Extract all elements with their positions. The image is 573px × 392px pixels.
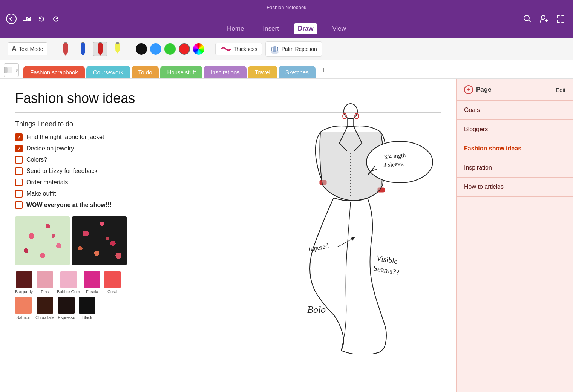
pen-tool-1[interactable] bbox=[58, 42, 73, 56]
checkbox-6[interactable] bbox=[15, 201, 23, 209]
checklist-text-3: Send to Lizzy for feedback bbox=[26, 168, 98, 175]
palm-rejection-button[interactable]: Palm Rejection bbox=[265, 41, 322, 57]
checklist-text-5: Make outfit bbox=[26, 190, 56, 197]
text-mode-icon: A bbox=[12, 45, 17, 53]
main-layout: Fashion show ideas Things I need to do..… bbox=[0, 79, 573, 392]
nav-draw[interactable]: Draw bbox=[294, 23, 317, 34]
draw-toolbar: A Text Mode bbox=[0, 38, 573, 60]
pen-tool-3[interactable] bbox=[93, 42, 107, 56]
svg-rect-7 bbox=[63, 43, 68, 52]
color-blue[interactable] bbox=[150, 43, 161, 55]
checkbox-5[interactable] bbox=[15, 190, 23, 198]
tab-travel[interactable]: Travel bbox=[248, 66, 277, 78]
svg-marker-14 bbox=[98, 52, 103, 56]
swatch-label-bubblegum: Bubble Gum bbox=[57, 289, 80, 294]
text-mode-label: Text Mode bbox=[19, 46, 43, 52]
checklist-text-4: Order materials bbox=[26, 179, 68, 186]
fabric-image-1 bbox=[15, 216, 70, 265]
swatch-box-espresso[interactable] bbox=[58, 297, 75, 314]
tab-coursework[interactable]: Coursework bbox=[86, 66, 130, 78]
svg-rect-13 bbox=[98, 43, 103, 52]
svg-rect-19 bbox=[4, 67, 7, 73]
swatch-salmon: Salmon bbox=[15, 297, 32, 320]
add-tab-button[interactable]: + bbox=[317, 63, 331, 77]
tabs-bar: Fashion scrapbook Coursework To do House… bbox=[0, 60, 573, 79]
swatch-box-black[interactable] bbox=[79, 297, 95, 314]
svg-marker-8 bbox=[63, 52, 68, 56]
floral-pattern-dark bbox=[72, 216, 127, 265]
sidebar-edit-button[interactable]: Edit bbox=[556, 87, 565, 93]
swatch-box-coral[interactable] bbox=[104, 271, 121, 288]
app-title: Fashion Notebook bbox=[267, 5, 306, 10]
separator-2 bbox=[130, 42, 130, 56]
swatch-box-salmon[interactable] bbox=[15, 297, 32, 314]
checkbox-3[interactable] bbox=[15, 167, 23, 175]
svg-point-5 bbox=[541, 15, 545, 19]
swatch-fuscia: Fuscia bbox=[84, 271, 100, 294]
pen-tool-4[interactable] bbox=[110, 42, 125, 56]
home-button[interactable] bbox=[22, 14, 32, 24]
svg-text:Bolo: Bolo bbox=[307, 304, 326, 315]
sidebar-item-fashion-show-ideas[interactable]: Fashion show ideas bbox=[457, 139, 573, 158]
swatch-label-coral: Coral bbox=[107, 289, 117, 294]
palm-rejection-label: Palm Rejection bbox=[282, 46, 317, 52]
search-button[interactable] bbox=[522, 14, 532, 24]
undo-button[interactable] bbox=[37, 14, 46, 23]
tab-todo[interactable]: To do bbox=[132, 66, 159, 78]
nav-home[interactable]: Home bbox=[223, 23, 248, 34]
color-black[interactable] bbox=[136, 43, 147, 55]
svg-rect-20 bbox=[8, 67, 12, 73]
swatch-espresso: Espresso bbox=[58, 297, 75, 320]
svg-marker-11 bbox=[81, 52, 85, 56]
checkbox-2[interactable] bbox=[15, 156, 23, 164]
svg-rect-16 bbox=[116, 42, 119, 44]
separator-3 bbox=[210, 42, 210, 56]
color-green[interactable] bbox=[164, 43, 176, 55]
sidebar-item-bloggers[interactable]: Bloggers bbox=[457, 120, 573, 139]
add-user-button[interactable] bbox=[539, 14, 549, 24]
svg-point-0 bbox=[6, 14, 16, 24]
sidebar-header-left: + Page bbox=[464, 85, 492, 94]
svg-point-21 bbox=[344, 104, 357, 119]
swatch-black: Black bbox=[79, 297, 95, 320]
back-button[interactable] bbox=[6, 14, 17, 24]
fashion-sketch: 3/4 lngth 4 sleevs. tapered Visible Seam… bbox=[264, 90, 445, 354]
top-right-controls bbox=[522, 14, 565, 24]
tab-inspirations[interactable]: Inspirations bbox=[204, 66, 247, 78]
color-wheel[interactable] bbox=[193, 43, 204, 55]
checkbox-1[interactable] bbox=[15, 145, 23, 152]
swatch-box-chocolate[interactable] bbox=[37, 297, 53, 314]
tab-sketches[interactable]: Sketches bbox=[279, 66, 316, 78]
swatch-label-chocolate: Chocolate bbox=[35, 315, 54, 320]
separator-1 bbox=[53, 42, 53, 56]
nav-view[interactable]: View bbox=[328, 23, 350, 34]
checklist-text-0: Find the right fabric for jacket bbox=[26, 134, 104, 141]
pen-tool-2[interactable] bbox=[76, 42, 90, 56]
swatch-bubblegum: Bubble Gum bbox=[57, 271, 80, 294]
sidebar-item-how-to-articles[interactable]: How to articles bbox=[457, 178, 573, 197]
redo-button[interactable] bbox=[51, 14, 60, 23]
swatch-box-fuscia[interactable] bbox=[84, 271, 100, 288]
swatch-box-pink[interactable] bbox=[37, 271, 53, 288]
swatch-box-bubblegum[interactable] bbox=[60, 271, 77, 288]
checkbox-4[interactable] bbox=[15, 179, 23, 186]
thickness-button[interactable]: Thickness bbox=[215, 43, 262, 55]
swatch-pink: Pink bbox=[37, 271, 53, 294]
tab-fashion-scrapbook[interactable]: Fashion scrapbook bbox=[23, 66, 85, 78]
color-red[interactable] bbox=[179, 43, 190, 55]
tab-house-stuff[interactable]: House stuff bbox=[160, 66, 202, 78]
fullscreen-button[interactable] bbox=[556, 14, 565, 24]
text-mode-tool[interactable]: A Text Mode bbox=[8, 42, 47, 55]
sidebar-item-goals[interactable]: Goals bbox=[457, 101, 573, 120]
add-page-icon[interactable]: + bbox=[464, 85, 473, 94]
sidebar-toggle[interactable] bbox=[4, 63, 19, 77]
checklist-text-6: WOW everyone at the show!!! bbox=[26, 202, 112, 208]
swatch-box-burgundy[interactable] bbox=[16, 271, 32, 288]
nav-insert[interactable]: Insert bbox=[259, 23, 283, 34]
swatch-label-salmon: Salmon bbox=[16, 315, 30, 320]
sidebar-item-inspiration[interactable]: Inspiration bbox=[457, 158, 573, 178]
sidebar-header: + Page Edit bbox=[457, 79, 573, 101]
page-content: Fashion show ideas Things I need to do..… bbox=[0, 79, 456, 392]
swatch-coral: Coral bbox=[104, 271, 121, 294]
checkbox-0[interactable] bbox=[15, 133, 23, 141]
